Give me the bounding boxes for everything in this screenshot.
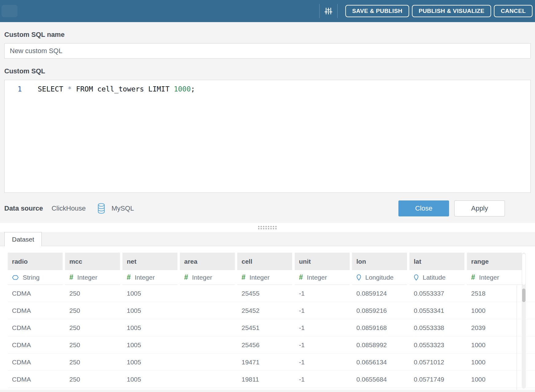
sql-editor[interactable]: 1 SELECT * FROM cell_towers LIMIT 1000; xyxy=(4,80,531,193)
column-header-unit: unit xyxy=(295,253,350,270)
column-type-area: #Integer xyxy=(180,270,235,285)
sql-token-keyword: LIMIT xyxy=(148,85,174,93)
close-button[interactable]: Close xyxy=(398,200,449,216)
datasource-option-mysql[interactable]: MySQL xyxy=(97,203,134,214)
table-header-row: radiomccnetareacellunitlonlatrange xyxy=(8,253,535,270)
datasource-option-clickhouse[interactable]: ClickHouse xyxy=(52,204,86,212)
table-cell: 250 xyxy=(65,354,120,371)
column-type-lat: Latitude xyxy=(409,270,464,285)
table-row: CDMA250100525451-10.08591680.05533382039 xyxy=(8,319,535,336)
custom-sql-name-label: Custom SQL name xyxy=(4,31,531,39)
table-cell: -1 xyxy=(295,319,350,336)
column-header-mcc: mcc xyxy=(65,253,120,270)
sliders-icon[interactable] xyxy=(324,7,332,15)
column-type-net: #Integer xyxy=(122,270,177,285)
table-cell: 1005 xyxy=(122,336,177,353)
tab-dataset[interactable]: Dataset xyxy=(4,232,42,246)
table-cell: 25452 xyxy=(237,302,292,319)
sql-token-punctuation: ; xyxy=(191,85,195,93)
table-cell: 1005 xyxy=(122,285,177,302)
cancel-button[interactable]: CANCEL xyxy=(494,5,533,17)
line-number: 1 xyxy=(5,84,29,94)
table-cell: 0.0858992 xyxy=(352,336,407,353)
table-cell xyxy=(180,319,235,336)
table-row: CDMA250100525455-10.08591240.05533372518 xyxy=(8,285,535,302)
column-header-lat: lat xyxy=(409,253,464,270)
table-cell: 1005 xyxy=(122,319,177,336)
table-cell: 1005 xyxy=(122,371,177,388)
table-cell: 0.0859168 xyxy=(352,319,407,336)
table-cell: 0.0656134 xyxy=(352,354,407,371)
publish-visualize-button[interactable]: PUBLISH & VISUALIZE xyxy=(412,5,491,17)
table-cell: 1005 xyxy=(122,354,177,371)
toolbar-divider xyxy=(319,4,320,18)
top-bar: SAVE & PUBLISH PUBLISH & VISUALIZE CANCE… xyxy=(0,0,535,22)
integer-icon: # xyxy=(127,273,131,281)
column-type-label: Integer xyxy=(479,274,499,281)
table-cell: 0.0859216 xyxy=(352,302,407,319)
column-type-radio: String xyxy=(8,270,63,285)
apply-button[interactable]: Apply xyxy=(454,200,505,216)
table-cell: 0.0553341 xyxy=(409,302,464,319)
sql-token-keyword: FROM xyxy=(76,85,97,93)
column-header-range: range xyxy=(467,253,522,270)
database-icon xyxy=(97,203,105,214)
latitude-icon xyxy=(414,274,419,281)
table-cell xyxy=(180,336,235,353)
datasource-label: Data source xyxy=(4,204,43,212)
panel-resize-handle[interactable] xyxy=(0,223,535,232)
table-cell: 25451 xyxy=(237,319,292,336)
column-type-unit: #Integer xyxy=(295,270,350,285)
table-cell xyxy=(180,285,235,302)
header-left-button[interactable] xyxy=(2,5,17,17)
column-type-label: Integer xyxy=(307,274,327,281)
longitude-icon xyxy=(356,274,361,281)
integer-icon: # xyxy=(471,273,475,281)
preview-table: radiomccnetareacellunitlonlatrangeString… xyxy=(0,246,535,388)
table-cell: -1 xyxy=(295,354,350,371)
table-cell: CDMA xyxy=(8,354,63,371)
table-cell: 2039 xyxy=(467,319,522,336)
sql-token-keyword: SELECT xyxy=(38,85,68,93)
table-cell: 1005 xyxy=(122,302,177,319)
table-cell: 19811 xyxy=(237,371,292,388)
column-header-radio: radio xyxy=(8,253,63,270)
table-cell: -1 xyxy=(295,371,350,388)
column-type-label: Integer xyxy=(192,274,212,281)
table-row: CDMA250100525452-10.08592160.05533411000 xyxy=(8,302,535,319)
table-cell: 1000 xyxy=(467,371,522,388)
table-row: CDMA250100519471-10.06561340.05710121000 xyxy=(8,354,535,371)
sql-code-row: 1 SELECT * FROM cell_towers LIMIT 1000; xyxy=(5,84,530,94)
integer-icon: # xyxy=(242,273,246,281)
table-cell: 0.0553323 xyxy=(409,336,464,353)
datasource-option-mysql-label: MySQL xyxy=(111,204,134,212)
table-cell: CDMA xyxy=(8,371,63,388)
scrollbar-thumb-outer[interactable] xyxy=(522,254,525,285)
table-right-border xyxy=(517,285,517,390)
top-bar-actions: SAVE & PUBLISH PUBLISH & VISUALIZE CANCE… xyxy=(314,4,535,18)
scrollbar-thumb[interactable] xyxy=(522,289,525,302)
table-cell: 250 xyxy=(65,302,120,319)
table-cell: CDMA xyxy=(8,336,63,353)
tab-bar: Dataset xyxy=(0,232,535,246)
table-cell: 0.0553338 xyxy=(409,319,464,336)
table-cell: -1 xyxy=(295,302,350,319)
table-cell: 25455 xyxy=(237,285,292,302)
table-cell: 25456 xyxy=(237,336,292,353)
table-cell: 0.0571012 xyxy=(409,354,464,371)
save-publish-button[interactable]: SAVE & PUBLISH xyxy=(345,5,409,17)
table-cell: CDMA xyxy=(8,285,63,302)
table-cell: 0.0859124 xyxy=(352,285,407,302)
table-cell: 2518 xyxy=(467,285,522,302)
custom-sql-name-input[interactable] xyxy=(4,43,531,59)
table-cell: CDMA xyxy=(8,319,63,336)
column-type-label: Longitude xyxy=(365,274,393,281)
table-row: CDMA250100519811-10.06556840.05717491000 xyxy=(8,371,535,388)
string-icon xyxy=(12,275,19,280)
table-cell: 19471 xyxy=(237,354,292,371)
column-header-net: net xyxy=(122,253,177,270)
column-type-lon: Longitude xyxy=(352,270,407,285)
column-type-label: Integer xyxy=(250,274,269,281)
table-cell: 250 xyxy=(65,285,120,302)
table-cell xyxy=(180,302,235,319)
